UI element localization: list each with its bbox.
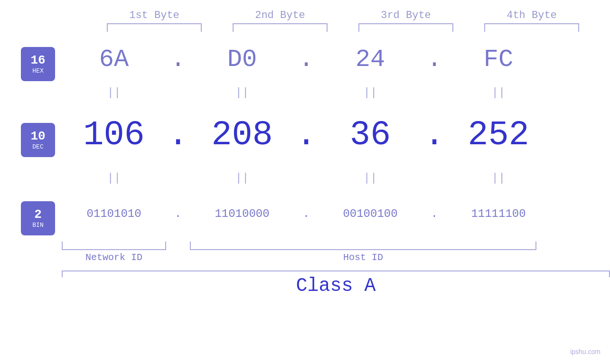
eq1-3: ||: [318, 86, 422, 99]
bracket-bottom-network: [62, 242, 166, 250]
dec-row: 106 . 208 . 36 . 252: [62, 102, 610, 168]
eq1-1: ||: [62, 86, 166, 99]
bin-val-1: 01101010: [62, 207, 166, 220]
dec-dot-1: .: [166, 116, 190, 155]
labels-stack: 16 HEX 10 DEC 2 BIN: [14, 36, 62, 297]
hex-val-3: 24: [318, 46, 422, 74]
byte-header-4: 4th Byte: [479, 9, 584, 21]
bin-dot-2: .: [294, 207, 318, 220]
dec-dot-2: .: [294, 116, 318, 155]
bin-badge: 2 BIN: [21, 201, 55, 235]
bottom-brackets: [62, 242, 610, 250]
hex-val-4: FC: [446, 46, 551, 74]
id-labels: Network ID Host ID: [62, 252, 610, 263]
byte-header-2: 2nd Byte: [228, 9, 332, 21]
hex-val-2: D0: [190, 46, 294, 74]
dec-dot-3: .: [422, 116, 446, 155]
eq2-3: ||: [318, 172, 422, 185]
byte-header-1: 1st Byte: [102, 9, 206, 21]
class-bracket-line: [62, 271, 610, 271]
watermark: ipshu.com: [570, 348, 601, 355]
eq2-1: ||: [62, 172, 166, 185]
bin-dot-3: .: [422, 207, 446, 220]
bin-val-4: 11111100: [446, 207, 551, 220]
bracket-top-3: [358, 23, 453, 32]
bracket-top-1: [107, 23, 202, 32]
class-a-label: Class A: [62, 275, 610, 297]
eq2-4: ||: [446, 172, 551, 185]
bin-val-2: 11010000: [190, 207, 294, 220]
data-rows: 6A . D0 . 24 . FC || || || || 106: [62, 36, 610, 297]
bracket-top-2: [233, 23, 328, 32]
dec-val-3: 36: [318, 116, 422, 155]
hex-dot-3: .: [422, 46, 446, 74]
hex-dot-2: .: [294, 46, 318, 74]
eq1-4: ||: [446, 86, 551, 99]
equals-row-1: || || || ||: [62, 83, 610, 102]
dec-badge: 10 DEC: [21, 123, 55, 157]
hex-badge: 16 HEX: [21, 47, 55, 81]
bracket-bottom-host: [190, 242, 536, 250]
network-id-label: Network ID: [62, 252, 166, 263]
bin-val-3: 00100100: [318, 207, 422, 220]
hex-val-1: 6A: [62, 46, 166, 74]
class-bracket: Class A: [62, 271, 610, 297]
host-id-label: Host ID: [190, 252, 536, 263]
equals-row-2: || || || ||: [62, 168, 610, 187]
bracket-top-4: [484, 23, 579, 32]
byte-header-3: 3rd Byte: [354, 9, 458, 21]
bin-row: 01101010 . 11010000 . 00100100 . 1111110…: [62, 187, 610, 240]
hex-row: 6A . D0 . 24 . FC: [62, 36, 610, 83]
eq1-2: ||: [190, 86, 294, 99]
dec-val-4: 252: [446, 116, 551, 155]
hex-dot-1: .: [166, 46, 190, 74]
dec-val-2: 208: [190, 116, 294, 155]
main-container: 1st Byte 2nd Byte 3rd Byte 4th Byte 16 H…: [0, 0, 610, 364]
bin-dot-1: .: [166, 207, 190, 220]
eq2-2: ||: [190, 172, 294, 185]
dec-val-1: 106: [62, 116, 166, 155]
